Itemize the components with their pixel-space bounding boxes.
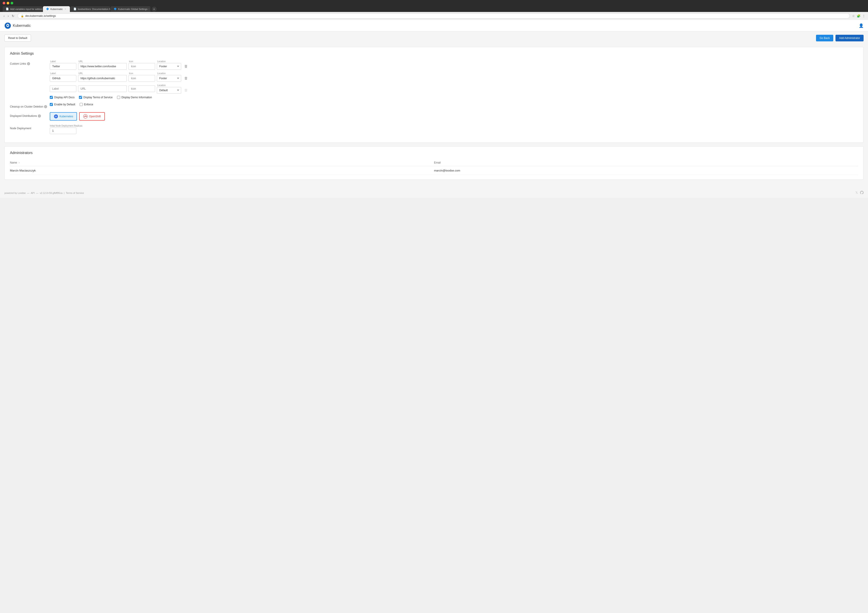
footer-terms-link[interactable]: Terms of Service — [66, 192, 84, 194]
openshift-dist-button[interactable]: OpenShift — [79, 112, 105, 121]
location-field-label-0: Location — [157, 60, 181, 63]
cleanup-options: Enable by Default Enforce — [50, 103, 858, 106]
tab-docs[interactable]: 📄 loodse/docs: Documentation fo... × — [70, 6, 110, 12]
enable-by-default-checkbox[interactable] — [50, 103, 53, 106]
footer-links: powered by Loodse — API — v2.12.0+59.gfb… — [5, 192, 84, 194]
display-api-docs-checkbox[interactable] — [50, 96, 53, 99]
custom-links-row: Custom Links i Label URL — [10, 60, 858, 99]
cleanup-row: Cleanup on Cluster Deletion i Enable by … — [10, 103, 858, 108]
distributions-info-icon[interactable]: i — [38, 115, 41, 118]
distributions-content: Kubernetes OpenShift — [50, 112, 858, 121]
cleanup-info-icon[interactable]: i — [44, 105, 47, 108]
enable-by-default-text: Enable by Default — [54, 103, 75, 106]
browser-chrome: 📄 Add variables input for addons × 🔷 Kub… — [0, 0, 868, 12]
twitter-social-icon[interactable]: 𝕏 — [856, 191, 858, 195]
new-tab-button[interactable]: + — [152, 7, 157, 11]
kubermatic-logo-icon — [5, 22, 11, 29]
label-input-0[interactable] — [50, 63, 76, 70]
display-demo-checkbox[interactable] — [117, 96, 120, 99]
delete-link-button-0[interactable]: 🗑 — [183, 63, 189, 70]
display-api-docs-checkbox-label[interactable]: Display API Docs — [50, 96, 74, 99]
icon-field-label-0: Icon — [129, 60, 155, 63]
app-wrapper: Kubermatic 👤 Reset to Default Go Back Ad… — [0, 20, 868, 198]
name-column-header[interactable]: Name ↑ — [10, 161, 434, 164]
display-terms-checkbox[interactable] — [79, 96, 82, 99]
url-field-label-1: URL — [79, 72, 127, 74]
maximize-dot[interactable] — [11, 2, 13, 5]
url-input-0[interactable] — [78, 63, 127, 70]
custom-links-info-icon[interactable]: i — [27, 62, 30, 65]
address-bar: ‹ › ↻ 🔒 dev.kubermatic.io/settings ☆ 🧩 ⋮ — [0, 12, 868, 20]
label-input-wrap-2 — [50, 85, 76, 92]
user-icon[interactable]: 👤 — [859, 23, 863, 28]
node-deployment-label: Node Deployment — [10, 124, 50, 130]
svg-point-1 — [7, 25, 8, 26]
app-footer: powered by Loodse — API — v2.12.0+59.gfb… — [0, 188, 868, 198]
icon-input-0[interactable] — [129, 63, 155, 70]
icon-input-wrap-0: Icon — [129, 60, 155, 70]
footer-api-link[interactable]: API — [31, 192, 35, 194]
tab-favicon-global: 🔷 — [114, 8, 117, 11]
node-deployment-content: Initial Node Deployment Replicas — [50, 124, 858, 134]
display-options-checkboxes: Display API Docs Display Terms of Servic… — [50, 96, 858, 99]
delete-link-button-1[interactable]: 🗑 — [183, 75, 189, 82]
star-icon[interactable]: ☆ — [852, 14, 855, 18]
close-dot[interactable] — [3, 2, 5, 5]
delete-link-button-2: 🗑 — [183, 87, 189, 94]
svg-point-3 — [56, 116, 56, 117]
menu-icon[interactable]: ⋮ — [862, 14, 865, 18]
icon-input-1[interactable] — [129, 75, 155, 82]
custom-links-label: Custom Links i — [10, 60, 50, 65]
location-select-1[interactable]: Default Footer Help — [157, 75, 181, 82]
admin-settings-card: Admin Settings Custom Links i Label — [5, 47, 863, 143]
address-input[interactable]: 🔒 dev.kubermatic.io/settings — [17, 13, 850, 19]
toolbar: Reset to Default Go Back Add Administrat… — [0, 31, 868, 45]
custom-link-row-0: Label URL Icon Location — [50, 60, 858, 70]
distributions-row: Displayed Distributions i Kubernetes — [10, 112, 858, 121]
admin-name-cell: Marcin Maciaszczyk — [10, 169, 434, 172]
replicas-input[interactable] — [50, 127, 76, 134]
display-terms-checkbox-label[interactable]: Display Terms of Service — [79, 96, 113, 99]
table-header: Name ↑ Email — [10, 159, 858, 166]
forward-button[interactable]: › — [7, 14, 10, 18]
reset-to-default-button[interactable]: Reset to Default — [5, 34, 31, 42]
github-social-icon[interactable] — [860, 191, 863, 195]
display-api-docs-label: Display API Docs — [54, 96, 74, 99]
back-button[interactable]: ‹ — [3, 14, 6, 18]
url-input-wrap-2 — [78, 85, 127, 92]
footer-social: 𝕏 — [856, 191, 863, 195]
enable-by-default-label[interactable]: Enable by Default — [50, 103, 75, 106]
openshift-logo-icon — [83, 114, 88, 119]
add-administrator-button[interactable]: Add Administrator — [835, 35, 863, 41]
browser-actions: ☆ 🧩 ⋮ — [852, 14, 865, 18]
label-input-1[interactable] — [50, 75, 76, 82]
location-select-0[interactable]: Default Footer Help — [157, 63, 181, 70]
tab-close-kubermatic[interactable]: × — [64, 8, 67, 11]
administrators-card: Administrators Name ↑ Email Marcin Macia… — [5, 146, 863, 180]
reload-button[interactable]: ↻ — [11, 14, 15, 18]
extensions-icon[interactable]: 🧩 — [857, 14, 860, 18]
go-back-button[interactable]: Go Back — [816, 35, 833, 41]
tab-global-settings[interactable]: 🔷 Kubermatic Global Settings :: D... × — [111, 6, 150, 12]
minimize-dot[interactable] — [7, 2, 9, 5]
kubernetes-dist-button[interactable]: Kubernetes — [50, 112, 77, 121]
kubernetes-logo-icon — [54, 114, 58, 119]
tab-kubermatic[interactable]: 🔷 Kubermatic × — [43, 6, 70, 12]
label-field-label-1: Label — [50, 72, 76, 74]
icon-input-2[interactable] — [129, 85, 155, 92]
label-field-label-0: Label — [50, 60, 76, 63]
tab-addons[interactable]: 📄 Add variables input for addons × — [3, 6, 42, 12]
display-demo-checkbox-label[interactable]: Display Demo Information — [117, 96, 152, 99]
enforce-label[interactable]: Enforce — [80, 103, 93, 106]
sort-indicator: ↑ — [19, 161, 20, 164]
location-select-2[interactable]: Default Footer Help — [157, 87, 181, 94]
location-field-label-1: Location — [157, 72, 181, 74]
label-input-2[interactable] — [50, 85, 76, 92]
url-input-2[interactable] — [78, 85, 127, 92]
openshift-label: OpenShift — [89, 115, 101, 118]
icon-input-wrap-2 — [129, 85, 155, 92]
cleanup-label: Cleanup on Cluster Deletion i — [10, 103, 50, 108]
main-content: Admin Settings Custom Links i Label — [0, 45, 868, 188]
url-input-1[interactable] — [78, 75, 127, 82]
enforce-checkbox[interactable] — [80, 103, 83, 106]
